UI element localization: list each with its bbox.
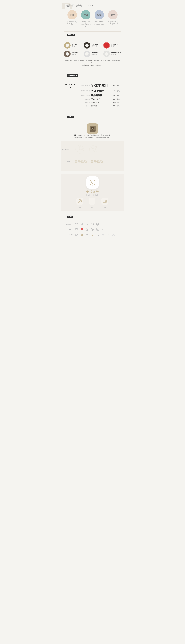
icon-home-thumb-outline: [75, 233, 78, 236]
color-name-2: 提醒色: [111, 45, 118, 47]
heart-outline-svg: [75, 222, 78, 226]
svg-line-60: [104, 235, 104, 236]
type-weight-2: 加粗: [117, 94, 121, 96]
type-size-4: 14pt: [112, 102, 116, 104]
home-person-filled-svg: [112, 233, 115, 236]
settings-svg: [96, 222, 99, 226]
logo-desc: 原版：前期logo设想主要表达音乐库的寓意，重在收集与阅读， 后期实践中发现lo…: [61, 134, 124, 138]
color-item-0: #C1B087 主色: [64, 42, 82, 48]
header-section: D 设计风格升级 / DESIGN: [61, 0, 124, 9]
icon-account-label: ACCOUNT: [64, 224, 74, 225]
principle-desc-2: 人性化的用户操作，提高用户的信赖感: [94, 20, 105, 26]
record-svg: [75, 145, 84, 154]
icon-home-items: [75, 233, 115, 236]
new-logo-section: 音乐圣经 MUSICBIBLE Record 唱片 +: [61, 174, 124, 211]
detail-heart-filled-svg: [80, 228, 83, 231]
type-sample-3: 字体要醒目: [91, 98, 111, 100]
logo-comp-music-cn: 音符: [88, 207, 95, 208]
svg-point-6: [92, 130, 93, 131]
color-section: COLOR #C1B087 主色 #3C372F 深色背景: [61, 34, 124, 69]
home-thumb-outline-svg: [75, 233, 78, 236]
svg-point-25: [91, 202, 92, 202]
detail-heart-outline-svg: [75, 228, 78, 231]
detail-comment-svg: [102, 228, 104, 231]
divider-3: [64, 113, 121, 114]
color-info-2: #D52E2E 提醒色: [111, 44, 118, 47]
logo-comp-music-label: Music: [88, 205, 95, 207]
new-logo-svg: [88, 178, 96, 186]
vinyl-svg: [91, 222, 94, 226]
type-label-2: 内容页二级标题: [79, 94, 90, 96]
font-label: FONT: [61, 161, 72, 162]
color-info-3: #756659 主深色: [72, 52, 78, 56]
type-label-4: 内容正文: [79, 102, 90, 104]
icon-home-lock-filled: [91, 233, 94, 236]
color-circle-2: [103, 42, 110, 48]
graphic-section: GRAPHIC: [61, 141, 124, 171]
home-person-outline-svg: [107, 233, 110, 236]
pingfang-label: PingFang SC 苹方: [64, 83, 78, 108]
color-circle-5: [103, 51, 110, 57]
type-size-5: 12pt: [112, 105, 116, 107]
color-circle-1: [84, 42, 90, 48]
color-hex-3: #756659: [72, 52, 78, 54]
svg-point-13: [90, 146, 97, 153]
font-text-1: 音乐圣经: [75, 160, 87, 164]
principle-item-3: 统一 统一的视觉规范，包括文字/图标/控件等: [108, 10, 118, 27]
font-items: 音乐圣经 音乐圣经: [72, 160, 124, 164]
svg-point-29: [104, 201, 105, 202]
type-sample-5: 字体要醒目: [91, 105, 111, 107]
svg-point-62: [113, 234, 114, 235]
logo-container: 原版：前期logo设想主要表达音乐库的寓意，重在收集与阅读， 后期实践中发现lo…: [61, 123, 124, 138]
comp-player-svg: [103, 199, 107, 204]
type-label-0: 导航栏一级标题: [79, 85, 90, 86]
brand-desc: 品牌主色调围绕经典音乐的气质，选择暗金色和暗深棕色来传达沉稳、高雅、复古的色彩感…: [64, 59, 121, 66]
principles-list: 简洁 清晰的层级结构，让用户专注于内容本身 专业 海量专业音乐资料，精准便捷的搜…: [61, 9, 124, 29]
color-hex-0: #C1B087: [72, 44, 78, 45]
new-logo-name: 音乐圣经: [64, 190, 121, 194]
new-logo-icon: [86, 176, 98, 188]
new-logo-en: MUSICBIBLE: [64, 194, 121, 196]
svg-line-58: [98, 235, 99, 236]
svg-point-45: [91, 228, 94, 230]
color-item-3: #756659 主深色: [64, 51, 82, 57]
principle-circle-1: 专业: [81, 10, 90, 20]
svg-point-20: [92, 184, 93, 184]
font-name: PingFang SC: [64, 83, 78, 89]
logo-comp-music: Music 音符: [88, 198, 95, 208]
color-section-header: COLOR: [64, 34, 121, 39]
icon-edit: [80, 222, 84, 226]
color-grid: #C1B087 主色 #3C372F 深色背景 #D52E2E 提醒色: [64, 42, 121, 57]
target-svg: [89, 145, 98, 154]
type-weight-3: 常规: [117, 98, 121, 100]
icon-share: [86, 222, 89, 226]
type-weight-1: 加粗: [117, 90, 121, 92]
color-hex-1: #3C372F: [92, 44, 98, 45]
principle-circle-0: 简洁: [68, 10, 77, 20]
type-sample-0: 字体要醒目: [91, 83, 111, 88]
logo-desc-strong: 原版：: [74, 134, 78, 136]
type-label-1: 内容页一级标题: [79, 90, 90, 92]
icon-home-person-filled: [112, 233, 115, 236]
principle-text-1: 专业: [84, 14, 88, 16]
type-row-5: 提示字 字体要醒目 12pt 常规: [79, 105, 121, 107]
svg-point-59: [102, 234, 104, 235]
svg-point-57: [97, 234, 98, 235]
svg-point-12: [79, 149, 80, 150]
page-title: 设计风格升级 / DESIGN: [66, 4, 121, 7]
type-label-3: 次要标题: [79, 98, 90, 100]
type-size-1: 24pt: [112, 90, 116, 92]
type-weight-0: 加粗: [117, 85, 121, 87]
icon-section: ICON ACCOUNT: [61, 215, 124, 242]
icon-settings: [96, 222, 99, 226]
icon-detail-heart-outline: [75, 228, 78, 231]
icon-row-detail: DETAIL: [64, 228, 121, 231]
logo-comp-player-icon: [102, 198, 108, 204]
logo-section-header: LOGO: [64, 116, 121, 121]
svg-point-24: [80, 201, 80, 201]
logo-comp-music-icon: [88, 198, 95, 204]
color-name-4: 浅色背景: [92, 54, 98, 56]
logo-comp-record-label: Record: [76, 205, 83, 207]
icon-heart-outline: [75, 222, 78, 226]
icon-detail-play: [86, 228, 89, 231]
